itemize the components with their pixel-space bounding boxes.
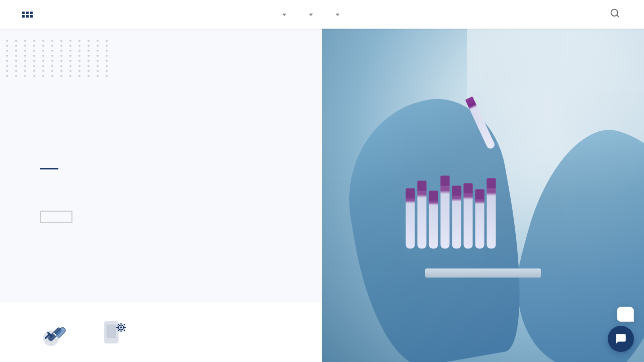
tube-rack bbox=[425, 268, 541, 278]
hero-accent-line bbox=[40, 168, 58, 169]
tube-5 bbox=[452, 186, 461, 248]
tube-6 bbox=[464, 183, 473, 248]
feature-pharma bbox=[40, 318, 69, 347]
nav-item-contact-us[interactable] bbox=[350, 0, 370, 29]
svg-line-1 bbox=[617, 15, 619, 17]
logo-grid-icon bbox=[22, 12, 33, 18]
main-nav bbox=[270, 0, 370, 29]
nav-item-about-us[interactable] bbox=[270, 0, 296, 29]
chevron-down-icon bbox=[282, 14, 286, 16]
logo[interactable] bbox=[20, 12, 33, 18]
hero-image bbox=[322, 29, 644, 362]
test-tubes bbox=[406, 175, 496, 248]
chat-bubble bbox=[617, 307, 634, 322]
tube-8 bbox=[487, 178, 496, 248]
tube-1 bbox=[406, 188, 415, 248]
pharma-icon bbox=[40, 318, 69, 347]
nav-item-services[interactable] bbox=[323, 0, 350, 29]
chevron-down-icon bbox=[336, 14, 340, 16]
nav-item-products[interactable] bbox=[296, 0, 323, 29]
tube-2 bbox=[418, 180, 427, 248]
tube-4 bbox=[441, 175, 450, 248]
svg-point-10 bbox=[120, 326, 122, 328]
svg-rect-7 bbox=[107, 324, 116, 338]
mobile-gear-icon bbox=[100, 318, 129, 347]
svg-rect-14 bbox=[124, 327, 126, 328]
tube-3 bbox=[429, 191, 438, 248]
chevron-down-icon bbox=[309, 14, 313, 16]
feature-mobile bbox=[100, 318, 129, 347]
svg-rect-12 bbox=[121, 330, 122, 332]
chat-icon bbox=[614, 332, 627, 345]
bottom-features bbox=[0, 302, 322, 362]
read-more-button[interactable] bbox=[40, 211, 72, 223]
tube-7 bbox=[475, 189, 485, 248]
dots-decoration: // Generate dots const dp = document.que… bbox=[0, 34, 118, 83]
svg-rect-13 bbox=[116, 327, 118, 328]
svg-rect-11 bbox=[121, 322, 122, 324]
search-button[interactable] bbox=[606, 6, 624, 23]
chat-widget bbox=[608, 307, 634, 352]
header bbox=[0, 0, 644, 29]
chat-open-button[interactable] bbox=[608, 326, 634, 352]
